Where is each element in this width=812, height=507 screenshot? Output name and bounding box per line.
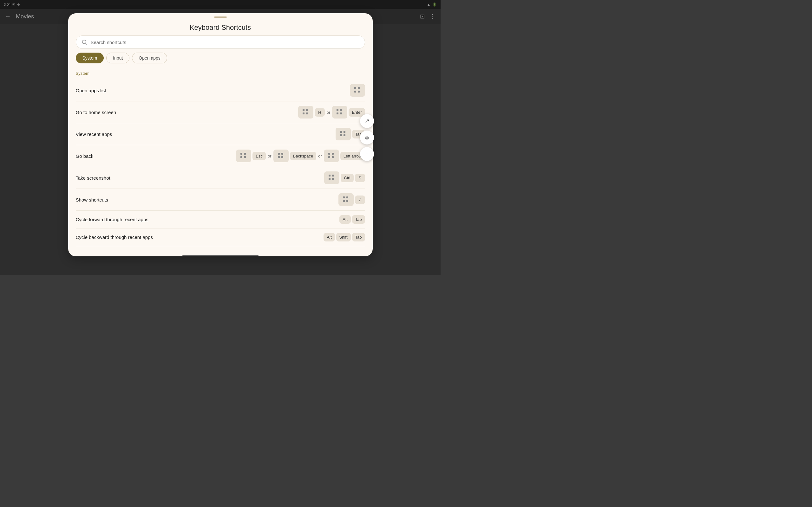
- key-alt: Alt: [339, 215, 351, 224]
- tab-input[interactable]: Input: [106, 53, 130, 63]
- tab-open-apps[interactable]: Open apps: [132, 53, 167, 63]
- shortcut-row-cycle-backward: Cycle backward through recent apps Alt S…: [76, 228, 365, 246]
- modal-title: Keyboard Shortcuts: [68, 18, 373, 36]
- key-s: S: [355, 174, 365, 182]
- key-grid-2: [335, 108, 344, 117]
- key-tab: Tab: [352, 215, 365, 224]
- key-grid: [342, 195, 351, 204]
- search-input[interactable]: [91, 40, 360, 45]
- search-box: [76, 36, 365, 49]
- shortcut-name: Open apps list: [76, 88, 106, 93]
- key-grid-3: [327, 152, 336, 160]
- shortcut-name: Show shortcuts: [76, 197, 108, 203]
- shortcut-name: Cycle backward through recent apps: [76, 234, 153, 240]
- key-grid-badge: [336, 128, 351, 140]
- key-grid-badge-2: [332, 106, 347, 118]
- key-grid: [239, 152, 248, 160]
- expand-button[interactable]: ↗: [360, 114, 374, 128]
- shortcut-keys: [350, 84, 365, 97]
- shortcut-name: View recent apps: [76, 131, 112, 137]
- key-grid: [327, 173, 336, 182]
- emoji-button[interactable]: ☺: [360, 130, 374, 145]
- tabs-container: System Input Open apps: [68, 53, 373, 68]
- section-label: System: [76, 68, 365, 79]
- shortcut-row-go-back: Go back Esc or Backspace or: [76, 145, 365, 167]
- shortcut-keys: Alt Shift Tab: [323, 233, 365, 241]
- key-grid: [301, 108, 310, 117]
- shortcut-row-show-shortcuts: Show shortcuts /: [76, 189, 365, 211]
- shortcut-row-recent-apps: View recent apps Tab: [76, 123, 365, 145]
- search-container: [68, 36, 373, 53]
- shortcut-keys: /: [339, 193, 365, 206]
- key-backspace: Backspace: [290, 152, 316, 160]
- tab-system[interactable]: System: [76, 53, 104, 63]
- key-slash: /: [355, 195, 365, 204]
- shortcut-row-cycle-forward: Cycle forward through recent apps Alt Ta…: [76, 211, 365, 228]
- scroll-indicator: [183, 255, 258, 257]
- key-grid: [353, 86, 362, 95]
- modal-scroll-area[interactable]: System Open apps list Go to home screen: [68, 68, 373, 252]
- key-grid-badge-3: [324, 150, 339, 162]
- float-buttons: ↗ ☺ ≡: [360, 114, 374, 161]
- key-grid: [339, 130, 348, 138]
- key-grid-badge: [236, 150, 251, 162]
- key-esc: Esc: [252, 152, 266, 160]
- svg-line-1: [85, 43, 87, 45]
- shortcut-keys: Esc or Backspace or Left arrow: [236, 150, 365, 162]
- keyboard-shortcuts-modal: Keyboard Shortcuts System Input Open app…: [68, 13, 373, 257]
- menu-button[interactable]: ≡: [360, 147, 374, 161]
- shortcut-keys: H or Enter: [298, 106, 365, 118]
- key-grid-badge: [324, 171, 339, 184]
- shortcut-name: Cycle forward through recent apps: [76, 217, 148, 222]
- key-sep: or: [267, 154, 272, 158]
- search-icon: [81, 39, 88, 45]
- key-grid-2: [276, 152, 286, 160]
- key-sep: or: [326, 110, 331, 115]
- shortcut-keys: Ctrl S: [324, 171, 365, 184]
- shortcut-row-home: Go to home screen H or Enter: [76, 101, 365, 123]
- key-grid-badge: [350, 84, 365, 97]
- shortcut-name: Go back: [76, 153, 94, 159]
- shortcut-name: Go to home screen: [76, 110, 116, 115]
- key-shift: Shift: [336, 233, 351, 241]
- key-alt: Alt: [323, 233, 335, 241]
- key-tab: Tab: [352, 233, 365, 241]
- key-grid-badge-2: [273, 150, 289, 162]
- key-h: H: [315, 108, 325, 117]
- key-grid-badge: [298, 106, 313, 118]
- shortcut-keys: Alt Tab: [339, 215, 365, 224]
- shortcut-row-open-apps-list: Open apps list: [76, 79, 365, 101]
- key-sep: or: [317, 154, 322, 158]
- svg-point-0: [82, 40, 86, 44]
- shortcut-row-screenshot: Take screenshot Ctrl S: [76, 167, 365, 189]
- shortcut-name: Take screenshot: [76, 175, 110, 181]
- key-ctrl: Ctrl: [341, 174, 353, 182]
- key-grid-badge: [339, 193, 354, 206]
